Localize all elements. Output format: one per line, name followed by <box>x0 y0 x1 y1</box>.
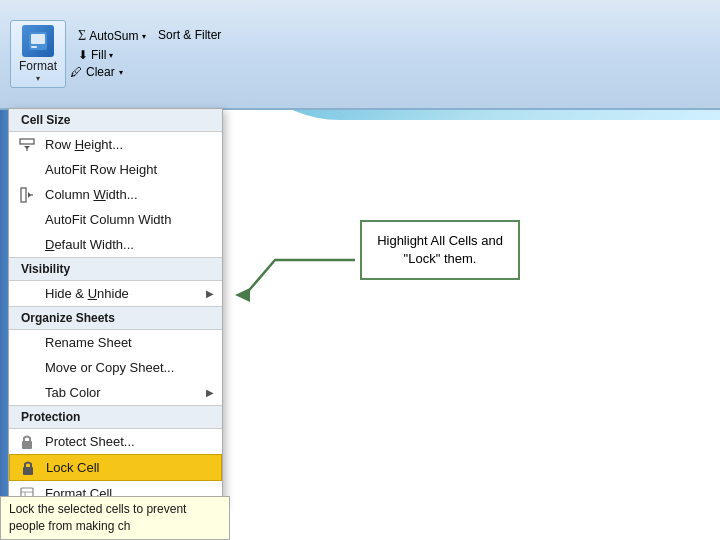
clear-arrow-icon: ▾ <box>119 68 123 77</box>
autosum-arrow-icon: ▾ <box>142 32 146 41</box>
hide-unhide-item[interactable]: Hide & Unhide ▶ <box>9 281 222 306</box>
clear-button[interactable]: 🖊 Clear ▾ <box>70 65 123 79</box>
format-icon <box>22 25 54 57</box>
col-width-label: Column Width... <box>45 187 138 202</box>
callout-arrow-graphic <box>225 230 360 310</box>
svg-marker-8 <box>28 192 31 198</box>
svg-rect-6 <box>21 188 26 202</box>
ribbon-bar: Format ▾ Σ AutoSum ▾ ⬇ Fill ▾ 🖊 Clear ▾ … <box>0 0 720 110</box>
move-copy-item[interactable]: Move or Copy Sheet... <box>9 355 222 380</box>
tab-color-submenu-arrow-icon: ▶ <box>206 387 214 398</box>
svg-rect-3 <box>20 139 34 144</box>
format-dropdown-icon: ▾ <box>36 74 40 83</box>
svg-marker-5 <box>24 146 30 149</box>
protect-sheet-icon <box>17 433 37 451</box>
fill-label: Fill <box>91 48 106 62</box>
svg-rect-2 <box>31 46 37 48</box>
svg-marker-14 <box>235 288 250 302</box>
col-width-icon <box>17 186 37 204</box>
callout-text: Highlight All Cells and "Lock" them. <box>377 233 503 266</box>
svg-rect-1 <box>31 34 45 44</box>
move-copy-label: Move or Copy Sheet... <box>45 360 174 375</box>
default-width-item[interactable]: Default Width... <box>9 232 222 257</box>
format-label: Format <box>19 59 57 73</box>
autosum-label: AutoSum <box>89 29 138 43</box>
protect-sheet-item[interactable]: Protect Sheet... <box>9 429 222 454</box>
autofit-col-label: AutoFit Column Width <box>45 212 171 227</box>
cell-size-header: Cell Size <box>9 109 222 132</box>
autofit-row-label: AutoFit Row Height <box>45 162 157 177</box>
tooltip-bottom: Lock the selected cells to prevent peopl… <box>0 496 230 540</box>
callout-box: Highlight All Cells and "Lock" them. <box>360 220 520 280</box>
autofit-col-item[interactable]: AutoFit Column Width <box>9 207 222 232</box>
hide-unhide-submenu-arrow-icon: ▶ <box>206 288 214 299</box>
tab-color-item[interactable]: Tab Color ▶ <box>9 380 222 405</box>
format-button[interactable]: Format ▾ <box>10 20 66 88</box>
autofit-row-item[interactable]: AutoFit Row Height <box>9 157 222 182</box>
sigma-icon: Σ <box>78 28 86 44</box>
lock-cell-item[interactable]: Lock Cell <box>9 454 222 481</box>
fill-button[interactable]: ⬇ Fill ▾ <box>78 48 113 62</box>
protection-header: Protection <box>9 405 222 429</box>
rename-sheet-label: Rename Sheet <box>45 335 132 350</box>
row-height-label: Row Height... <box>45 137 123 152</box>
sort-filter-label: Sort & Filter <box>158 28 221 42</box>
protect-sheet-label: Protect Sheet... <box>45 434 135 449</box>
lock-cell-icon <box>18 459 38 477</box>
tab-color-label: Tab Color <box>45 385 101 400</box>
fill-arrow-icon: ▾ <box>109 51 113 60</box>
lock-cell-label: Lock Cell <box>46 460 99 475</box>
organize-sheets-header: Organize Sheets <box>9 306 222 330</box>
format-dropdown-menu: Cell Size Row Height... AutoFit Row Heig… <box>8 108 223 507</box>
eraser-icon: 🖊 <box>70 65 82 79</box>
rename-sheet-item[interactable]: Rename Sheet <box>9 330 222 355</box>
autosum-button[interactable]: Σ AutoSum ▾ <box>78 28 146 44</box>
col-width-item[interactable]: Column Width... <box>9 182 222 207</box>
sort-filter-button[interactable]: Sort & Filter <box>158 28 221 42</box>
svg-rect-10 <box>23 467 33 475</box>
clear-label: Clear <box>86 65 115 79</box>
svg-rect-9 <box>22 441 32 449</box>
tooltip-text: Lock the selected cells to prevent peopl… <box>9 502 186 533</box>
fill-icon: ⬇ <box>78 48 88 62</box>
default-width-label: Default Width... <box>45 237 134 252</box>
hide-unhide-label: Hide & Unhide <box>45 286 129 301</box>
row-height-icon <box>17 136 37 154</box>
row-height-item[interactable]: Row Height... <box>9 132 222 157</box>
visibility-header: Visibility <box>9 257 222 281</box>
